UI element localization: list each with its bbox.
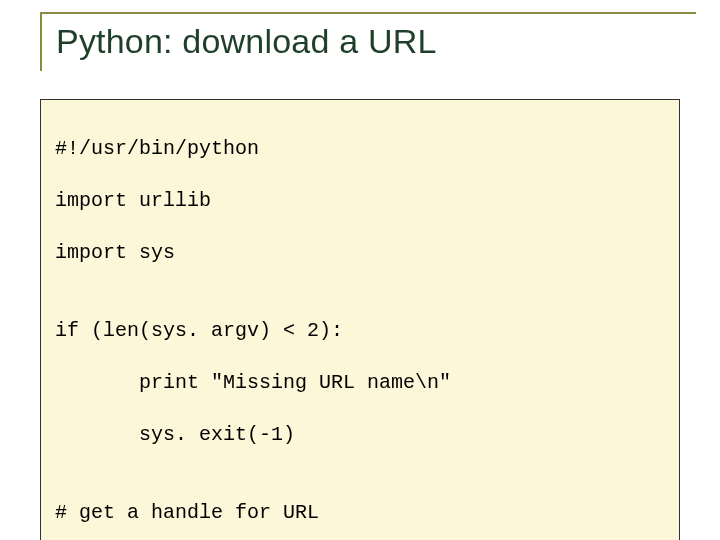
code-block: #!/usr/bin/python import urllib import s…: [40, 99, 680, 540]
title-container: Python: download a URL: [40, 12, 696, 71]
code-line: if (len(sys. argv) < 2):: [55, 318, 665, 344]
code-line: #!/usr/bin/python: [55, 136, 665, 162]
slide: Python: download a URL #!/usr/bin/python…: [0, 0, 720, 540]
code-line: sys. exit(-1): [55, 422, 665, 448]
code-line: print "Missing URL name\n": [55, 370, 665, 396]
code-line: import sys: [55, 240, 665, 266]
code-line: # get a handle for URL: [55, 500, 665, 526]
code-line: import urllib: [55, 188, 665, 214]
slide-title: Python: download a URL: [56, 22, 696, 61]
